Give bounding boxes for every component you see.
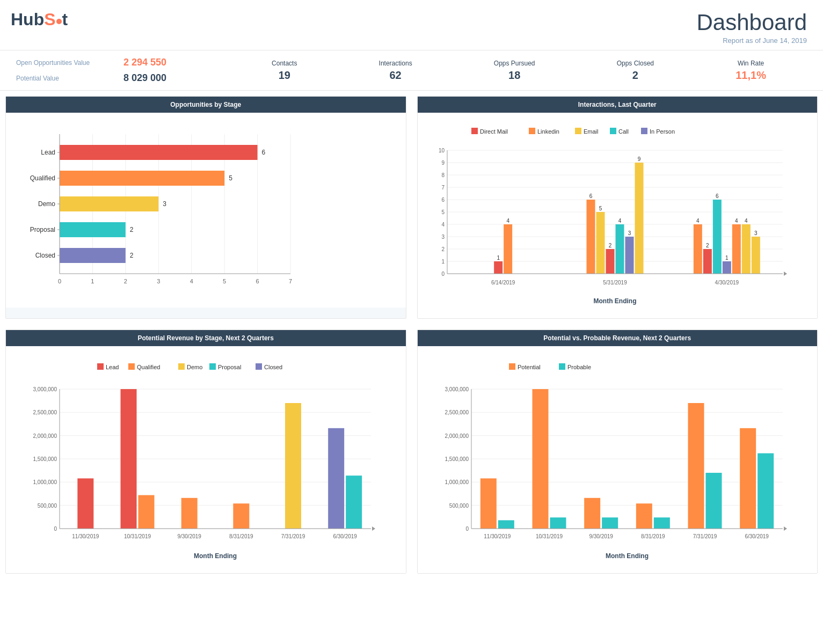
svg-text:1: 1 (91, 278, 94, 284)
svg-text:0: 0 (441, 271, 445, 277)
vbar (584, 498, 600, 529)
chart2-bar (722, 261, 731, 274)
svg-text:8/31/2019: 8/31/2019 (229, 533, 253, 539)
chart3-body: LeadQualifiedDemoProposalClosed0500,0001… (6, 346, 406, 573)
svg-text:Month Ending: Month Ending (593, 297, 636, 305)
metrics-bar: Open Opportunities Value 2 294 550 Poten… (0, 50, 823, 91)
svg-text:5: 5 (223, 278, 226, 284)
chart2-bar (712, 200, 721, 274)
vbar (181, 498, 198, 529)
chart2-bar (596, 212, 604, 274)
svg-text:6/30/2019: 6/30/2019 (745, 533, 769, 539)
svg-text:10/31/2019: 10/31/2019 (535, 533, 562, 539)
chart2-bar (751, 237, 760, 274)
svg-text:Lead: Lead (106, 364, 119, 370)
svg-text:4: 4 (696, 218, 700, 224)
svg-text:4: 4 (735, 218, 738, 224)
logo: HubSt (11, 10, 68, 30)
svg-text:7/31/2019: 7/31/2019 (281, 533, 305, 539)
svg-text:Linkedin: Linkedin (537, 128, 559, 135)
chart3-body-svg: LeadQualifiedDemoProposalClosed0500,0001… (17, 357, 382, 561)
chart4-body-svg: PotentialProbable0500,0001,000,0001,500,… (428, 357, 793, 561)
svg-text:6: 6 (256, 278, 259, 284)
svg-rect-93 (209, 363, 216, 370)
svg-marker-119 (372, 526, 375, 531)
chart4-title: Potential vs. Probable Revenue, Next 2 Q… (418, 330, 818, 346)
svg-text:9/30/2019: 9/30/2019 (177, 533, 201, 539)
svg-text:3,000,000: 3,000,000 (33, 386, 57, 392)
svg-text:In Person: In Person (650, 128, 675, 135)
svg-text:1: 1 (497, 255, 500, 261)
chart1-svg: 01234567Lead6Qualified5Demo3Proposal2Clo… (17, 123, 312, 295)
svg-rect-39 (610, 128, 616, 134)
svg-text:0: 0 (465, 526, 469, 532)
logo-text: HubSt (11, 10, 68, 30)
svg-text:2,000,000: 2,000,000 (33, 433, 57, 439)
open-opps-row: Open Opportunities Value 2 294 550 (16, 55, 231, 70)
svg-text:5: 5 (229, 174, 232, 182)
svg-text:Demo: Demo (187, 364, 202, 370)
svg-marker-147 (784, 526, 787, 531)
potential-label: Potential Value (16, 75, 123, 82)
svg-text:10/31/2019: 10/31/2019 (124, 533, 151, 539)
chart-opps-by-stage: Opportunities by Stage 01234567Lead6Qual… (5, 96, 406, 319)
metric-col-label: Win Rate (735, 60, 766, 67)
charts-bottom: Potential Revenue by Stage, Next 2 Quart… (0, 324, 823, 579)
chart3-title: Potential Revenue by Stage, Next 2 Quart… (6, 330, 406, 346)
chart2-svg: Direct MailLinkedinEmailCallIn Person012… (428, 123, 793, 306)
vbar (688, 403, 704, 529)
vbar (139, 495, 155, 529)
hbar-demo (60, 196, 158, 211)
svg-text:4/30/2019: 4/30/2019 (715, 280, 739, 286)
svg-text:6/14/2019: 6/14/2019 (491, 280, 515, 286)
svg-marker-85 (784, 272, 787, 276)
chart2-bar (741, 224, 750, 274)
chart2-bar (732, 224, 740, 274)
chart-interactions: Interactions, Last Quarter Direct MailLi… (417, 96, 818, 319)
vbar (758, 453, 774, 529)
chart2-body: Direct MailLinkedinEmailCallIn Person012… (418, 113, 818, 318)
vbar (498, 520, 514, 529)
svg-text:3: 3 (628, 230, 631, 236)
svg-text:1: 1 (725, 255, 729, 261)
svg-text:6: 6 (262, 149, 266, 156)
open-opps-label: Open Opportunities Value (16, 59, 123, 67)
chart-potential-revenue: Potential Revenue by Stage, Next 2 Quart… (5, 330, 406, 574)
svg-text:Lead: Lead (41, 149, 55, 156)
vbar (121, 389, 137, 529)
svg-text:500,000: 500,000 (449, 503, 469, 509)
chart2-bar (693, 224, 702, 274)
svg-text:6/30/2019: 6/30/2019 (333, 533, 357, 539)
svg-text:Direct Mail: Direct Mail (480, 128, 508, 135)
svg-text:1: 1 (441, 259, 445, 265)
svg-text:Qualified: Qualified (137, 364, 160, 370)
svg-text:Month Ending: Month Ending (194, 552, 237, 560)
svg-text:0: 0 (54, 526, 57, 532)
svg-text:5: 5 (441, 209, 445, 215)
svg-text:500,000: 500,000 (38, 503, 57, 509)
svg-text:Demo: Demo (38, 200, 55, 208)
page-title: Dashboard (697, 10, 807, 35)
svg-text:6: 6 (441, 197, 445, 203)
svg-rect-95 (256, 363, 262, 370)
svg-text:8/31/2019: 8/31/2019 (641, 533, 665, 539)
svg-rect-89 (128, 363, 135, 370)
svg-rect-41 (641, 128, 647, 134)
svg-rect-87 (97, 363, 104, 370)
svg-text:2,000,000: 2,000,000 (445, 433, 469, 439)
svg-text:3: 3 (163, 200, 166, 208)
svg-text:1,000,000: 1,000,000 (445, 479, 469, 485)
svg-text:1,000,000: 1,000,000 (33, 479, 57, 485)
hbar-closed (60, 248, 126, 263)
chart2-bar (494, 261, 502, 274)
metric-col-value: 19 (272, 69, 297, 82)
metric-col-value: 2 (617, 69, 654, 82)
svg-text:2: 2 (130, 252, 134, 259)
svg-text:10: 10 (438, 148, 445, 153)
metric-col-win-rate: Win Rate 11,1% (735, 60, 766, 82)
svg-text:Month Ending: Month Ending (606, 552, 649, 560)
svg-rect-35 (529, 128, 535, 134)
svg-text:9: 9 (441, 160, 445, 166)
svg-text:1,500,000: 1,500,000 (33, 456, 57, 462)
svg-rect-33 (471, 128, 478, 134)
